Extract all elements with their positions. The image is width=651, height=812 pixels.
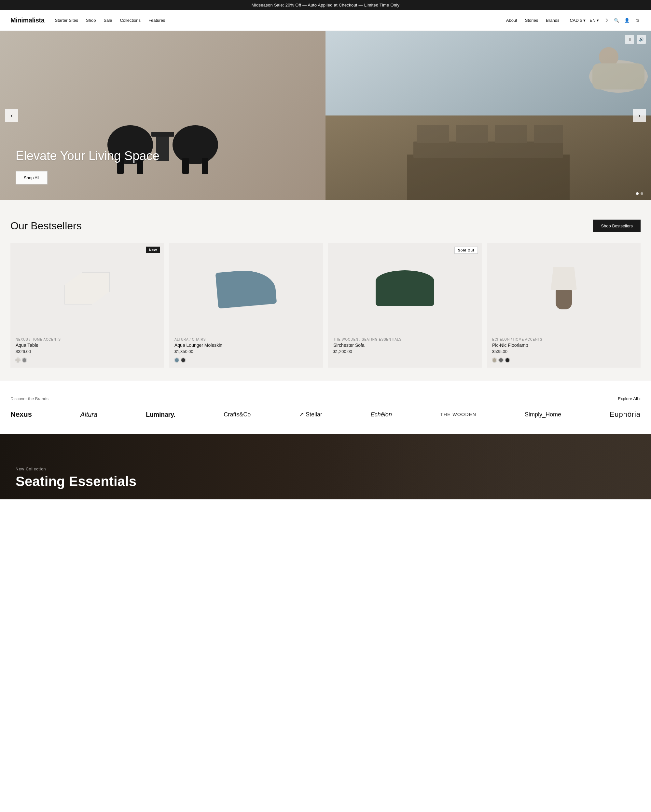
- nav-left-links: Starter Sites Shop Sale Collections Feat…: [55, 18, 506, 23]
- product-price-1: $326.00: [11, 349, 164, 358]
- products-grid: New NEXUS / HOME ACCENTS Aqua Table $326…: [11, 243, 640, 368]
- brand-logo-crafts[interactable]: Crafts&Co: [224, 411, 251, 418]
- swatch[interactable]: [505, 358, 510, 362]
- nav-link-brands[interactable]: Brands: [546, 18, 559, 23]
- brands-explore-link[interactable]: Explore All ›: [618, 396, 640, 401]
- svg-rect-10: [592, 63, 645, 90]
- product-badge-new: New: [146, 247, 160, 253]
- swatch[interactable]: [15, 358, 20, 362]
- hero-left-heading: Elevate Your Living Space: [15, 149, 310, 163]
- brand-logo-altura[interactable]: Altura: [80, 411, 97, 418]
- svg-rect-11: [407, 154, 570, 200]
- hero-dot-2[interactable]: [640, 192, 643, 195]
- swatch[interactable]: [22, 358, 27, 362]
- brands-header: Discover the Brands Explore All ›: [11, 396, 640, 401]
- brand-logo-luminary[interactable]: Luminary.: [146, 411, 176, 418]
- nav-link-sale[interactable]: Sale: [104, 18, 112, 23]
- product-name-2: Aqua Lounger Moleskin: [169, 343, 323, 349]
- cart-icon[interactable]: 🛍: [634, 17, 640, 24]
- theme-toggle-icon[interactable]: ☽: [603, 17, 609, 24]
- new-collection-content: New Collection Seating Essentials: [15, 467, 136, 489]
- svg-rect-15: [495, 125, 527, 143]
- new-collection-title: Seating Essentials: [15, 474, 136, 489]
- shop-all-button[interactable]: Shop All: [15, 171, 47, 185]
- product-brand-4: ECHELON / HOME ACCENTS: [487, 334, 640, 343]
- product-badge-sold-out: Sold Out: [454, 247, 478, 254]
- svg-rect-13: [417, 125, 449, 143]
- hero-right-top: Furniture That Speaks Quality Shop New I…: [326, 31, 651, 116]
- product-swatches-3: [328, 358, 482, 363]
- new-collection-label: New Collection: [15, 467, 136, 472]
- product-image-sofa: Sold Out: [328, 243, 482, 334]
- navigation: Minimalista Starter Sites Shop Sale Coll…: [0, 10, 651, 31]
- brand-logo-euphoria[interactable]: Euphōria: [610, 410, 640, 419]
- hero-dots: [636, 192, 643, 195]
- brands-discover-label: Discover the Brands: [11, 396, 49, 401]
- brand-logo-echelon[interactable]: Echēlon: [371, 411, 392, 418]
- nav-center-links: About Stories Brands: [506, 18, 559, 23]
- product-swatches-1: [11, 358, 164, 368]
- brand-logo-stellar[interactable]: ↗ Stellar: [299, 411, 322, 418]
- hero-dot-1[interactable]: [636, 192, 639, 195]
- bestsellers-header: Our Bestsellers Shop Bestsellers: [11, 220, 640, 232]
- language-selector[interactable]: EN ▾: [590, 18, 599, 23]
- arrow-right-icon: ›: [639, 396, 640, 401]
- product-name-4: Pic-Nic Floorlamp: [487, 343, 640, 349]
- nav-link-starter-sites[interactable]: Starter Sites: [55, 18, 78, 23]
- product-brand-2: ALTURA / CHAIRS: [169, 334, 323, 343]
- svg-rect-12: [413, 142, 563, 158]
- product-card-aqua-table[interactable]: New NEXUS / HOME ACCENTS Aqua Table $326…: [11, 243, 164, 368]
- new-collection-banner[interactable]: New Collection Seating Essentials: [0, 434, 651, 499]
- nav-link-about[interactable]: About: [506, 18, 517, 23]
- product-swatches-4: [487, 358, 640, 368]
- product-brand-3: THE WOODEN / SEATING ESSENTIALS: [328, 334, 482, 343]
- product-name-1: Aqua Table: [11, 343, 164, 349]
- account-icon[interactable]: 👤: [623, 17, 630, 24]
- product-swatches-2: [169, 358, 323, 368]
- brands-logos: Nexus Altura Luminary. Crafts&Co ↗ Stell…: [11, 410, 640, 419]
- product-card-lounger[interactable]: ALTURA / CHAIRS Aqua Lounger Moleskin $1…: [169, 243, 323, 368]
- brand-logo-nexus[interactable]: Nexus: [11, 410, 32, 419]
- product-card-sofa[interactable]: Sold Out THE WOODEN / SEATING ESSENTIALS…: [328, 243, 482, 368]
- announcement-bar: Midseason Sale: 20% Off — Auto Applied a…: [0, 0, 651, 10]
- hero-media-controls: ⏸ 🔊: [625, 35, 646, 44]
- product-image-lounger: [169, 243, 323, 334]
- hero-pause-button[interactable]: ⏸: [625, 35, 634, 44]
- logo[interactable]: Minimalista: [11, 17, 44, 24]
- bestsellers-section: Our Bestsellers Shop Bestsellers New NEX…: [0, 200, 651, 381]
- swatch[interactable]: [499, 358, 503, 362]
- currency-selector[interactable]: CAD $ ▾: [570, 18, 585, 23]
- svg-rect-14: [456, 125, 488, 143]
- hero-next-button[interactable]: ›: [633, 109, 646, 122]
- swatch[interactable]: [174, 358, 179, 362]
- svg-rect-16: [534, 125, 563, 143]
- hero-left-content: Elevate Your Living Space Shop All: [15, 149, 310, 185]
- swatch[interactable]: [492, 358, 497, 362]
- nav-link-stories[interactable]: Stories: [525, 18, 538, 23]
- product-name-3: Sirchester Sofa: [328, 343, 482, 349]
- brand-logo-simply[interactable]: Simply_Home: [525, 411, 561, 418]
- hero-sound-button[interactable]: 🔊: [637, 35, 646, 44]
- brand-logo-wooden[interactable]: THE WOODEN: [440, 412, 476, 417]
- brands-section: Discover the Brands Explore All › Nexus …: [0, 381, 651, 434]
- hero-prev-button[interactable]: ‹: [5, 109, 18, 122]
- product-price-2: $1,350.00: [169, 349, 323, 358]
- announcement-text: Midseason Sale: 20% Off — Auto Applied a…: [252, 3, 399, 8]
- nav-link-collections[interactable]: Collections: [120, 18, 141, 23]
- swatch[interactable]: [181, 358, 185, 362]
- nav-link-shop[interactable]: Shop: [86, 18, 96, 23]
- hero-section: Elevate Your Living Space Shop All Furni…: [0, 31, 651, 200]
- product-price-4: $535.00: [487, 349, 640, 358]
- product-image-lamp: [487, 243, 640, 334]
- hero-right-panel: Furniture That Speaks Quality Shop New I…: [326, 31, 651, 200]
- hero-left-panel: Elevate Your Living Space Shop All: [0, 31, 326, 200]
- product-brand-1: NEXUS / HOME ACCENTS: [11, 334, 164, 343]
- product-price-3: $1,200.00: [328, 349, 482, 358]
- product-card-lamp[interactable]: ECHELON / HOME ACCENTS Pic-Nic Floorlamp…: [487, 243, 640, 368]
- nav-link-features[interactable]: Features: [148, 18, 165, 23]
- nav-right-actions: CAD $ ▾ EN ▾ ☽ 🔍 👤 🛍: [570, 17, 640, 24]
- bestsellers-title: Our Bestsellers: [11, 220, 82, 232]
- search-icon[interactable]: 🔍: [613, 17, 620, 24]
- shop-bestsellers-button[interactable]: Shop Bestsellers: [593, 220, 640, 232]
- product-image-aqua-table: New: [11, 243, 164, 334]
